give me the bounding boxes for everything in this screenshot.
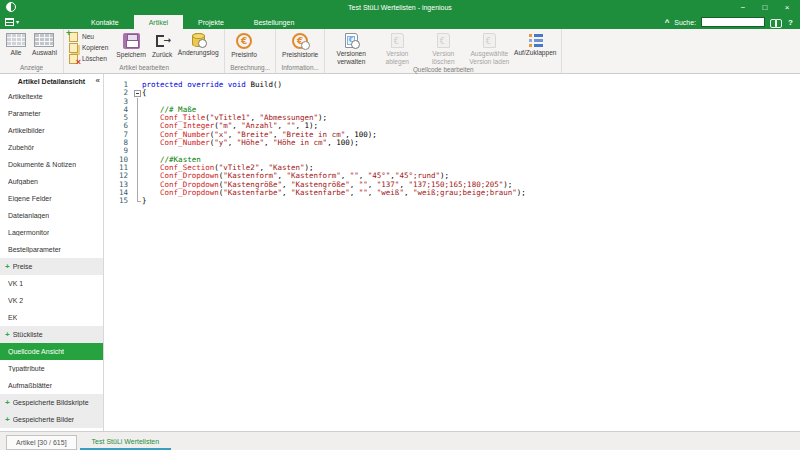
sidebar-item-zubehör[interactable]: Zubehör [0,139,103,156]
minimize-button[interactable]: − [732,0,754,15]
ribbon-button-preisinfo[interactable]: Preisinfo [228,31,260,60]
ribbon-button-neu[interactable]: Neu [67,31,110,42]
application-window: Test StüLi Wertelisten - ingenious − □ ×… [0,0,800,450]
sidebar-item-artikeltexte[interactable]: Artikeltexte [0,88,103,105]
sidebar-item-label: Dateianlagen [8,212,49,219]
nav-tab-bestellungen[interactable]: Bestellungen [239,15,309,29]
ribbon-button-zurück[interactable]: Zurück [149,31,175,60]
sidebar-item-label: Aufmaßblätter [8,382,52,389]
delete-icon [69,54,78,64]
code-text: protected override void Build() [142,81,282,89]
sidebar-item-parameter[interactable]: Parameter [0,105,103,122]
bottom-tab-test-stüli-wertelisten[interactable]: Test StüLi Wertelisten [80,435,172,450]
ribbon-button-label: Auswahl [32,49,57,57]
ribbon-button-speichern[interactable]: Speichern [113,31,149,60]
sidebar-item-label: EK [8,314,17,321]
sidebar-item-stückliste[interactable]: +Stückliste [0,326,103,343]
code-lines: 1protected override void Build()2{34 //#… [110,81,800,205]
sidebar-item-bestellparameter[interactable]: Bestellparameter [0,241,103,258]
changelog-icon [192,33,205,47]
price-info-icon [236,33,252,49]
sidebar-item-preise[interactable]: +Preise [0,258,103,275]
sidebar-item-vk-1[interactable]: VK 1 [0,275,103,292]
nav-bar: ▾ KontakteArtikelProjekteBestellungen ^ … [0,15,800,29]
expand-plus-icon: + [5,415,10,424]
ribbon-collapse-chevron[interactable]: ^ [665,18,670,27]
ribbon-button-kopieren[interactable]: Kopieren [67,42,110,53]
ribbon-button-preishistorie[interactable]: Preishistorie [279,31,321,60]
sidebar-item-typattribute[interactable]: Typattribute [0,360,103,377]
code-text: } [142,197,147,205]
line-number: 5 [110,114,132,122]
ribbon-button-versionen-verwalten[interactable]: Versionen verwalten [328,31,374,66]
sidebar-item-vk-2[interactable]: VK 2 [0,292,103,309]
nav-tab-kontakte[interactable]: Kontakte [76,15,134,29]
ribbon-button-ausgewählte-version-laden[interactable]: Ausgewählte Version laden [466,31,512,66]
help-button[interactable]: ? [788,18,796,27]
fold-marker[interactable] [132,89,142,97]
ribbon-button-label: Kopieren [82,44,108,51]
chevron-down-icon: ▾ [16,18,19,26]
sidebar-item-dateianlagen[interactable]: Dateianlagen [0,207,103,224]
ribbon-button-änderungslog[interactable]: Änderungslog [175,31,221,58]
sidebar-collapse-icon[interactable]: « [96,76,100,85]
nav-tabs: KontakteArtikelProjekteBestellungen [76,15,309,29]
load-version-icon [483,33,496,48]
app-menu-button[interactable]: ▾ [0,15,24,29]
code-line: 14 Conf_Dropdown("Kastenfarbe", "Kastenf… [110,189,800,197]
search-input[interactable] [701,17,765,27]
sidebar-item-quellcode-ansicht[interactable]: Quellcode Ansicht [0,343,103,360]
ribbon-group-label: Anzeige [1,64,62,73]
ribbon-button-version-löschen[interactable]: Version löschen [420,31,466,66]
nav-tab-projekte[interactable]: Projekte [183,15,239,29]
ribbon-button-auswahl[interactable]: Auswahl [29,31,60,58]
delete-version-icon [437,33,450,48]
ribbon-group-berechnung: PreisinfoBerechnung... [225,29,276,73]
sidebar-item-lagermonitor[interactable]: Lagermonitor [0,224,103,241]
sidebar-item-gespeicherte-bilder[interactable]: +Gespeicherte Bilder [0,411,103,428]
fold-marker [132,156,142,164]
code-line: 2{ [110,89,800,97]
search-label: Suche: [674,19,696,26]
save-icon [123,33,140,49]
sidebar-item-label: Bestellparameter [8,246,61,253]
code-line: 9 [110,147,800,155]
search-binoculars-icon[interactable] [770,18,783,27]
ribbon-button-label: Speichern [116,51,146,59]
app-logo-icon [6,2,16,12]
sidebar-header: Artikel Detailansicht « [0,74,103,88]
ribbon-button-löschen[interactable]: Löschen [67,53,110,64]
ribbon-button-alle[interactable]: Alle [3,31,29,58]
line-number: 2 [110,89,132,97]
sidebar-item-aufgaben[interactable]: Aufgaben [0,173,103,190]
ribbon-button-auf-zuklappen[interactable]: Auf/Zuklappen [512,31,558,58]
bottom-tab-artikel-30-615[interactable]: Artikel [30 / 615] [6,435,77,450]
ribbon-group-label: Berechnung... [226,64,274,73]
sidebar-item-dokumente-notizen[interactable]: Dokumente & Notizen [0,156,103,173]
store-version-icon [391,33,404,48]
sidebar-item-label: Typattribute [8,365,45,372]
sidebar-item-aufmaßblätter[interactable]: Aufmaßblätter [0,377,103,394]
code-line: 3 [110,98,800,106]
bottom-tab-bar: Artikel [30 / 615]Test StüLi Wertelisten [0,431,800,450]
sidebar-item-ek[interactable]: EK [0,309,103,326]
sidebar-item-eigene-felder[interactable]: Eigene Felder [0,190,103,207]
code-text: Conf_Dropdown("Kastenfarbe", "Kastenfarb… [142,189,526,197]
close-button[interactable]: × [776,0,798,15]
ribbon-button-label: Alle [11,49,22,57]
sidebar-item-artikelbilder[interactable]: Artikelbilder [0,122,103,139]
fold-marker [132,114,142,122]
sidebar-item-label: VK 2 [8,297,23,304]
maximize-button[interactable]: □ [754,0,776,15]
nav-tab-artikel[interactable]: Artikel [134,15,183,29]
menu-grid-icon [5,18,14,26]
sidebar-item-label: Artikelbilder [8,127,45,134]
ribbon-button-label: Versionen verwalten [331,50,371,65]
ribbon-button-version-ablegen[interactable]: Version ablegen [374,31,420,66]
code-editor[interactable]: 1protected override void Build()2{34 //#… [104,74,800,431]
fold-marker [132,122,142,130]
code-text: { [142,89,147,97]
sidebar-item-gespeicherte-bildskripte[interactable]: +Gespeicherte Bildskripte [0,394,103,411]
fold-marker [132,106,142,114]
bottom-tabs: Artikel [30 / 615]Test StüLi Wertelisten [6,435,174,450]
